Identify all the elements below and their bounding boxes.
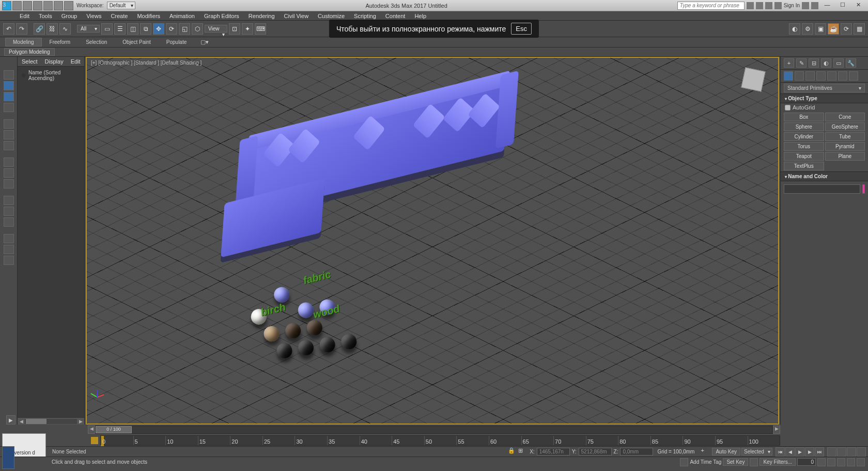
qat-undo-icon[interactable] [43,1,53,10]
select-object-button[interactable]: ▭ [101,23,113,35]
viewcube[interactable] [739,65,768,94]
se-icon-10[interactable] [4,179,14,189]
se-tab-display[interactable]: Display [45,58,64,65]
ribbon-tab-selection[interactable]: Selection [78,38,115,46]
isolate-icon[interactable]: + [701,447,710,457]
menu-views[interactable]: Views [82,12,105,20]
scroll-thumb[interactable] [26,419,47,424]
undo-button[interactable]: ↶ [3,23,14,35]
manipulate-button[interactable]: ✦ [242,23,253,35]
ribbon-panel-polygonmodeling[interactable]: Polygon Modeling [4,48,55,56]
cp-hierarchy-icon[interactable]: ⊟ [809,58,819,68]
user-icon[interactable] [774,2,782,9]
menu-edit[interactable]: Edit [16,12,34,20]
create-cone-button[interactable]: Cone [825,113,865,121]
menu-customize[interactable]: Customize [314,12,349,20]
qat-new-icon[interactable] [12,1,22,10]
se-tab-edit[interactable]: Edit [71,58,81,65]
menu-help[interactable]: Help [410,12,430,20]
menu-content[interactable]: Content [381,12,410,20]
keyboard-shortcut-button[interactable]: ⌨ [255,23,266,35]
timeslider-next[interactable]: ▶ [773,426,780,434]
ribbon-tab-objectpaint[interactable]: Object Paint [115,38,158,46]
cp-modify-icon[interactable]: ✎ [796,58,807,68]
window-minimize[interactable]: — [820,2,834,10]
timeslider-track[interactable]: 0 / 100 [95,426,773,434]
nav-pan-icon[interactable] [827,458,835,466]
cp-motion-icon[interactable]: ◐ [821,58,831,68]
cloud-icon[interactable] [765,2,772,9]
se-icon-3[interactable] [4,92,14,101]
window-close[interactable]: ✕ [851,2,865,10]
geometry-subcategory-combo[interactable]: Standard Primitives [784,84,865,92]
render-production-button[interactable]: ☕ [828,23,839,35]
scale-button[interactable]: ◱ [179,23,190,35]
render-iterative-button[interactable]: ⟳ [841,23,852,35]
rollout-objecttype[interactable]: Object Type [781,93,868,103]
selection-lock-icon[interactable]: 🔒 [508,447,517,457]
material-ball[interactable] [297,339,315,356]
nav-zoom-icon[interactable] [827,447,836,457]
create-torus-button[interactable]: Torus [784,142,824,151]
timeslider-prev[interactable]: ◀ [88,426,95,434]
autokey-button[interactable]: Auto Key [712,448,740,456]
menu-tools[interactable]: Tools [35,12,56,20]
create-geosphere-button[interactable]: GeoSphere [825,122,865,131]
menu-animation[interactable]: Animation [165,12,199,20]
ribbon-tab-freeform[interactable]: Freeform [42,38,79,46]
coord-x-input[interactable]: 1465,167n [537,448,570,456]
use-center-button[interactable]: ⊡ [229,23,240,35]
cat-helpers-icon[interactable] [827,71,836,81]
signin-link[interactable]: Sign In [784,3,800,8]
qat-save-icon[interactable] [33,1,42,10]
object-name-input[interactable] [784,184,860,194]
infocenter-icon[interactable] [747,2,754,9]
menu-grapheditors[interactable]: Graph Editors [200,12,243,20]
redo-button[interactable]: ↷ [16,23,27,35]
create-box-button[interactable]: Box [784,113,824,121]
menu-civilview[interactable]: Civil View [280,12,313,20]
cat-cameras-icon[interactable] [816,71,826,81]
render-setup-button[interactable]: ⚙ [802,23,813,35]
se-icon-1[interactable] [4,70,14,80]
help-search-input[interactable] [677,2,745,10]
nav-zoomext-icon[interactable] [847,447,856,457]
keymode-combo[interactable]: Selected [741,448,772,456]
se-icon-8[interactable] [4,158,14,167]
timeconfig-icon[interactable] [817,458,826,466]
menu-scripting[interactable]: Scripting [350,12,380,20]
se-icon-9[interactable] [4,168,14,178]
unlink-button[interactable]: ⛓ [47,23,58,35]
rotate-button[interactable]: ⟳ [166,23,177,35]
render-activeshade-button[interactable]: ▦ [854,23,865,35]
material-editor-button[interactable]: ◐ [789,23,800,35]
trackbar-ruler[interactable]: 0 5 10 15 20 25 30 35 40 45 50 55 60 65 … [100,435,780,446]
cat-geometry-icon[interactable] [784,71,793,81]
select-region-button[interactable]: ◫ [127,23,138,35]
window-crossing-button[interactable]: ⧉ [140,23,151,35]
scroll-right-icon[interactable]: ▶ [77,419,84,424]
create-teapot-button[interactable]: Teapot [784,152,824,161]
ribbon-tab-modeling[interactable]: Modeling [5,38,42,46]
create-tube-button[interactable]: Tube [825,132,865,141]
coord-y-input[interactable]: 5212,868m [579,448,612,456]
goto-end-button[interactable]: ⏭ [815,447,824,457]
maxscript-mini-listener[interactable] [2,446,14,469]
qat-open-icon[interactable] [23,1,32,10]
create-textplus-button[interactable]: TextPlus [784,162,824,170]
selection-filter-combo[interactable]: All [77,25,100,33]
se-icon-16[interactable] [4,256,14,265]
current-frame-spinner[interactable]: 0 [797,458,816,466]
autogrid-checkbox[interactable]: AutoGrid [781,103,868,112]
cp-utilities-icon[interactable]: 🔧 [846,58,856,68]
material-ball[interactable] [306,319,323,337]
se-icon-2[interactable] [4,81,14,90]
trackbar-keymode-icon[interactable] [91,437,98,444]
scene-material-preview[interactable]: fabric birch wood [237,278,358,367]
cat-spacewarps-icon[interactable] [838,71,847,81]
nav-maximize-icon[interactable] [857,458,865,466]
cp-display-icon[interactable]: ▭ [833,58,844,68]
timetag-icon[interactable] [680,458,688,466]
window-maximize[interactable]: ☐ [836,2,849,10]
viewport-label[interactable]: [+] [Orthographic ] [Standard ] [Default… [91,60,202,66]
